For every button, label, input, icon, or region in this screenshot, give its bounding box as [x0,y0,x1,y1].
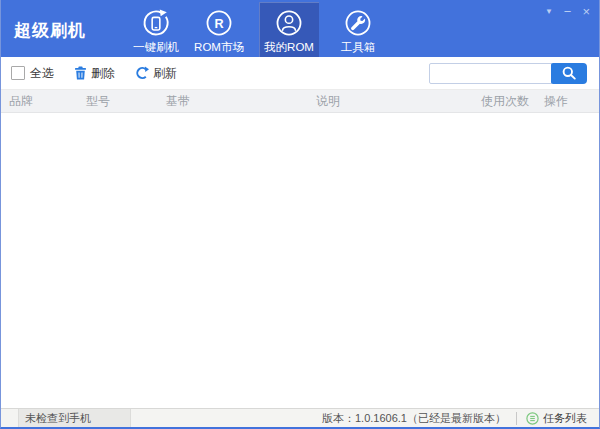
search-input[interactable] [429,63,552,84]
rom-list-empty-area [1,113,599,408]
version-text: 版本：1.0.1606.1（已经是最新版本） [322,411,506,426]
statusbar: 未检查到手机 版本：1.0.1606.1（已经是最新版本） 任务列表 [1,408,599,427]
refresh-label: 刷新 [153,65,177,82]
toolbox-wrench-icon [343,8,373,38]
nav-tab-label: 我的ROM [259,40,319,55]
main-nav: 一键刷机 R ROM市场 我的ROM [127,0,387,57]
delete-button[interactable]: 删除 [74,65,115,82]
task-list-button[interactable]: 任务列表 [526,411,587,426]
nav-tab-label: 工具箱 [329,40,387,55]
close-button[interactable]: × [582,5,590,18]
nav-tab-my-rom[interactable]: 我的ROM [259,2,319,57]
column-header-description: 说明 [316,93,481,110]
table-header: 品牌 型号 基带 说明 使用次数 操作 [1,90,599,113]
phone-refresh-icon [141,8,171,38]
app-window: 超级刷机 一键刷机 R ROM市场 [0,0,600,429]
select-all-label[interactable]: 全选 [30,65,54,82]
app-title: 超级刷机 [14,19,86,42]
refresh-icon [135,66,149,80]
column-header-baseband: 基带 [166,93,316,110]
nav-tab-label: 一键刷机 [127,40,185,55]
column-header-brand: 品牌 [1,93,86,110]
minimize-button[interactable]: − [564,5,572,18]
search-icon [561,65,577,81]
nav-tab-one-key-flash[interactable]: 一键刷机 [127,2,185,57]
column-header-model: 型号 [86,93,166,110]
toolbar: 全选 删除 刷新 [1,57,599,90]
search-box [429,63,587,84]
delete-label: 删除 [91,65,115,82]
task-list-icon [526,412,539,425]
menu-button[interactable]: ▼ [545,8,553,16]
window-controls: ▼ − × [545,5,590,18]
column-header-usage-count: 使用次数 [481,93,544,110]
column-header-actions: 操作 [544,93,599,110]
nav-tab-rom-market[interactable]: R ROM市场 [185,2,253,57]
refresh-button[interactable]: 刷新 [135,65,177,82]
user-rom-icon [274,8,304,38]
device-status: 未检查到手机 [18,409,131,427]
titlebar: 超级刷机 一键刷机 R ROM市场 [1,0,599,57]
rom-market-icon: R [204,8,234,38]
nav-tab-toolbox[interactable]: 工具箱 [329,2,387,57]
nav-tab-label: ROM市场 [185,40,253,55]
trash-icon [74,66,87,80]
statusbar-divider [516,412,517,425]
task-list-label: 任务列表 [543,411,587,426]
select-all-checkbox[interactable] [11,66,25,80]
search-button[interactable] [551,63,587,84]
svg-text:R: R [214,17,223,31]
